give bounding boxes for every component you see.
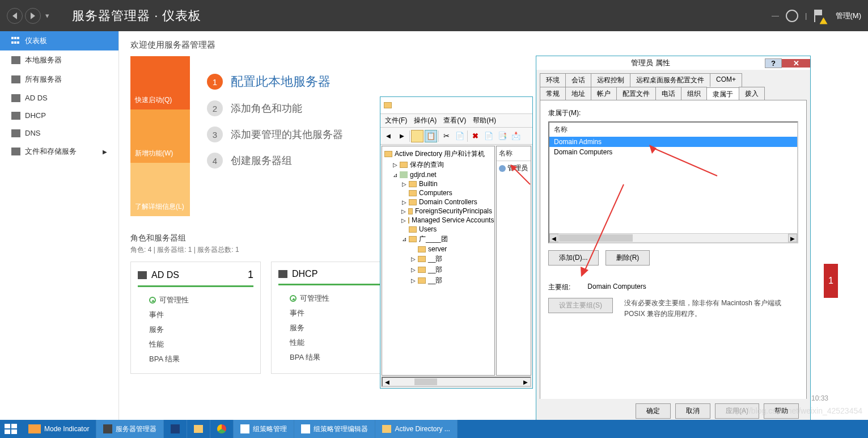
ad-scrollbar[interactable]: ◄► [382, 377, 531, 387]
tile-quickstart[interactable]: 快速启动(Q) [130, 56, 190, 110]
tab-address[interactable]: 地址 [565, 87, 591, 100]
tree-node[interactable]: server [384, 245, 492, 254]
list-item[interactable]: 管理员 [497, 161, 531, 175]
collapse-icon[interactable]: ⊿ [392, 172, 397, 178]
tab-org[interactable]: 组织 [681, 87, 707, 100]
expand-icon[interactable]: ▷ [401, 218, 406, 223]
ad-titlebar[interactable] [380, 97, 532, 114]
tree-node[interactable]: ▷Managed Service Accounts [384, 216, 492, 225]
card-item[interactable]: 性能 [138, 337, 253, 352]
tree-node[interactable]: ▷Domain Controllers [384, 197, 492, 207]
ad-tree[interactable]: Active Directory 用户和计算机 ▷保存的查询 ⊿gdjrd.ne… [382, 146, 495, 376]
taskbar-powershell[interactable] [164, 420, 187, 438]
menu-help[interactable]: 帮助(H) [473, 116, 496, 125]
card-item[interactable]: 服务 [278, 321, 394, 335]
card-item[interactable]: BPA 结果 [278, 350, 394, 365]
tree-node[interactable]: ▷__部 [384, 264, 492, 275]
expand-icon[interactable]: ▷ [401, 209, 406, 214]
tree-node[interactable]: ▷__部 [384, 254, 492, 264]
step-add-servers[interactable]: 3添加要管理的其他服务器 [207, 127, 343, 142]
taskbar-chrome[interactable] [210, 420, 234, 438]
expand-icon[interactable]: ▷ [410, 278, 416, 283]
collapse-icon[interactable]: ⊿ [401, 237, 407, 242]
print-icon[interactable]: 📩 [510, 130, 522, 142]
sidebar-item-local-server[interactable]: 本地服务器 [0, 50, 118, 70]
menu-action[interactable]: 操作(A) [414, 116, 437, 125]
back-button[interactable] [7, 8, 23, 24]
tile-whatsnew[interactable]: 新增功能(W) [130, 110, 190, 163]
copy-icon[interactable]: 📄 [454, 130, 466, 142]
tree-node[interactable]: ▷保存的查询 [384, 159, 492, 170]
card-item[interactable]: 事件 [278, 306, 394, 321]
menu-file[interactable]: 文件(F) [385, 116, 407, 125]
dialog-titlebar[interactable]: 管理员 属性 ? ✕ [536, 56, 810, 70]
member-list[interactable]: 名称 Domain Admins Domain Computers ◄► [548, 121, 798, 243]
tree-node[interactable]: ⊿广____团 [384, 234, 492, 245]
member-item[interactable]: Domain Computers [549, 147, 797, 157]
expand-icon[interactable]: ▷ [410, 256, 416, 262]
sidebar-item-file-storage[interactable]: 文件和存储服务▶ [0, 142, 118, 161]
sidebar-item-all-servers[interactable]: 所有服务器 [0, 70, 118, 89]
tab-remote-control[interactable]: 远程控制 [591, 73, 630, 87]
step-add-roles[interactable]: 2添加角色和功能 [207, 100, 343, 116]
nav-dropdown-icon[interactable]: ▾ [45, 11, 49, 20]
card-item[interactable]: BPA 结果 [138, 352, 253, 367]
tab-memberof[interactable]: 隶属于 [706, 87, 739, 101]
taskbar-aduc[interactable]: Active Directory ... [375, 420, 457, 438]
sidebar-item-dhcp[interactable]: DHCP [0, 107, 118, 124]
tree-node[interactable]: ▷Builtin [384, 179, 492, 188]
alert-card[interactable]: 1 [824, 264, 838, 298]
refresh-tool-icon[interactable]: 📄 [482, 130, 495, 142]
expand-icon[interactable]: ▷ [410, 267, 416, 272]
card-item[interactable]: 服务 [138, 322, 253, 337]
tab-rds-profile[interactable]: 远程桌面服务配置文件 [630, 73, 710, 87]
set-primary-group-button[interactable]: 设置主要组(S) [548, 298, 613, 313]
properties-icon[interactable]: 📋 [425, 130, 437, 142]
forward-icon[interactable]: ► [396, 130, 408, 142]
taskbar-mode-indicator[interactable]: Mode Indicator [22, 420, 96, 438]
tab-phone[interactable]: 电话 [655, 87, 681, 100]
hscrollbar[interactable]: ◄► [549, 233, 797, 242]
tree-node[interactable]: Users [384, 225, 492, 234]
delete-icon[interactable]: ✖ [469, 130, 481, 142]
back-icon[interactable]: ◄ [382, 130, 395, 142]
tab-com[interactable]: COM+ [710, 73, 742, 87]
tree-node[interactable]: ▷__部 [384, 275, 492, 286]
tab-dialin[interactable]: 拨入 [739, 87, 765, 100]
sidebar-item-dashboard[interactable]: 仪表板 [0, 31, 118, 50]
menu-view[interactable]: 查看(V) [443, 116, 466, 125]
expand-icon[interactable]: ▷ [401, 200, 407, 205]
tab-general[interactable]: 常规 [540, 87, 566, 100]
notifications-flag-icon[interactable] [814, 10, 824, 22]
ok-button[interactable]: 确定 [636, 403, 671, 419]
card-item[interactable]: 性能 [278, 335, 394, 350]
tab-profile[interactable]: 配置文件 [616, 87, 656, 100]
cancel-button[interactable]: 取消 [675, 403, 710, 419]
expand-icon[interactable]: ▷ [401, 182, 407, 187]
step-create-group[interactable]: 4创建服务器组 [207, 153, 343, 169]
sidebar-item-dns[interactable]: DNS [0, 124, 118, 142]
tab-account[interactable]: 帐户 [591, 87, 617, 100]
taskbar-server-manager[interactable]: 服务器管理器 [96, 420, 164, 438]
manage-menu[interactable]: 管理(M) [836, 11, 862, 21]
close-button[interactable]: ✕ [782, 59, 810, 68]
member-item-selected[interactable]: Domain Admins [549, 137, 797, 147]
forward-button[interactable] [25, 8, 41, 24]
card-item[interactable]: 事件 [138, 308, 253, 322]
add-button[interactable]: 添加(D)... [548, 250, 599, 266]
tree-root[interactable]: Active Directory 用户和计算机 [384, 149, 492, 159]
cut-icon[interactable]: ✂ [440, 130, 452, 142]
taskbar-explorer[interactable] [187, 420, 210, 438]
taskbar-gpmc[interactable]: 组策略管理 [234, 420, 294, 438]
card-adds[interactable]: AD DS1 可管理性 事件 服务 性能 BPA 结果 [130, 262, 261, 374]
tree-node[interactable]: ▷ForeignSecurityPrincipals [384, 207, 492, 216]
expand-icon[interactable]: ▷ [392, 162, 397, 167]
ad-list-pane[interactable]: 名称 管理员 [496, 146, 531, 376]
remove-button[interactable]: 删除(R) [606, 250, 650, 266]
card-item[interactable]: 可管理性 [138, 293, 253, 308]
tab-session[interactable]: 会话 [565, 73, 591, 87]
step-configure-server[interactable]: 1配置此本地服务器 [207, 73, 343, 90]
sidebar-item-adds[interactable]: AD DS [0, 89, 118, 107]
help-button[interactable]: ? [765, 58, 782, 68]
list-column-header[interactable]: 名称 [497, 146, 531, 161]
